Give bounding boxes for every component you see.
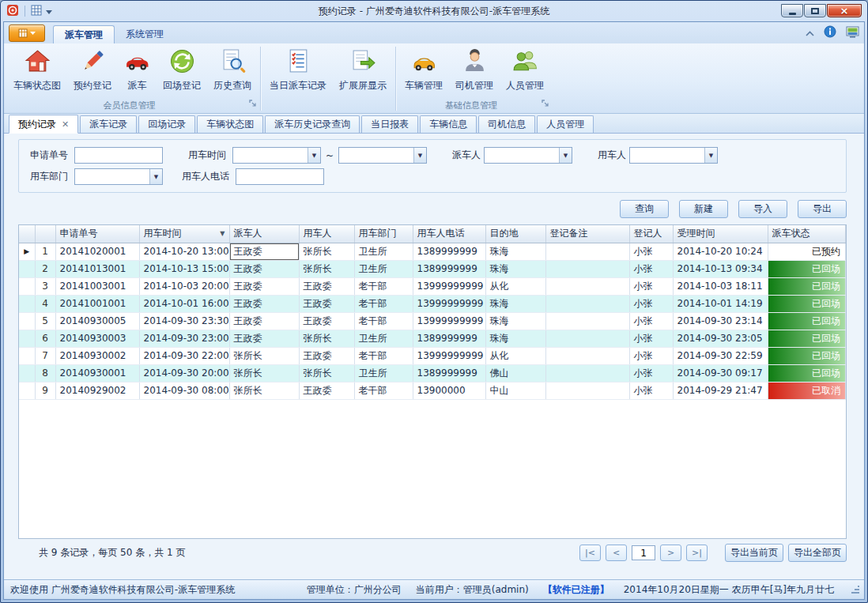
table-row[interactable]: 9201409290022014-09-30 08:00张所长王政委老干部139… [19, 382, 846, 399]
cell-accept-time[interactable]: 2014-09-30 09:17 [673, 364, 768, 382]
cell-use-time[interactable]: 2014-09-30 08:00 [139, 382, 229, 399]
page-number-input[interactable] [632, 545, 655, 560]
row-indicator-cell[interactable]: ▶ [19, 243, 35, 260]
ribbon-collapse-icon[interactable] [806, 28, 814, 39]
header-remark[interactable]: 登记备注 [545, 225, 629, 243]
cell-dispatcher[interactable]: 王政委 [229, 330, 299, 347]
row-indicator-cell[interactable] [19, 347, 35, 364]
tab-dispatch-history-query[interactable]: 派车历史记录查询 [265, 115, 360, 133]
cell-destination[interactable]: 珠海 [485, 243, 545, 260]
row-number-cell[interactable]: 9 [35, 382, 55, 399]
header-dispatcher[interactable]: 派车人 [229, 225, 299, 243]
cell-accept-time[interactable]: 2014-09-29 21:47 [673, 382, 768, 399]
cell-order-no[interactable]: 20141001001 [55, 295, 139, 312]
row-number-cell[interactable]: 1 [35, 243, 55, 260]
cell-accept-time[interactable]: 2014-10-13 09:34 [673, 260, 768, 277]
sort-arrow-icon[interactable]: ▼ [220, 230, 225, 237]
personnel-management-button[interactable]: 人员管理 [500, 45, 550, 94]
cell-phone[interactable]: 13999999999 [413, 295, 485, 312]
maximize-button[interactable] [804, 4, 826, 17]
cell-status[interactable]: 已取消 [768, 382, 846, 399]
cell-dept[interactable]: 卫生所 [354, 330, 413, 347]
cell-order-no[interactable]: 20141020001 [55, 243, 139, 260]
cell-use-time[interactable]: 2014-09-30 23:30 [139, 312, 229, 330]
cell-registrar[interactable]: 小张 [629, 364, 673, 382]
reservation-register-button[interactable]: 预约登记 [67, 45, 118, 94]
row-indicator-cell[interactable] [19, 312, 35, 330]
table-row[interactable]: ▶1201410200012014-10-20 13:00王政委张所长卫生所13… [19, 243, 846, 260]
prev-page-button[interactable]: < [606, 545, 627, 561]
return-register-button[interactable]: 回场登记 [157, 45, 207, 94]
dept-combo[interactable]: ▼ [74, 168, 163, 185]
cell-user[interactable]: 张所长 [299, 260, 354, 277]
cell-user[interactable]: 王政委 [299, 347, 354, 364]
order-no-input[interactable] [74, 147, 163, 164]
cell-destination[interactable]: 珠海 [485, 330, 545, 347]
row-number-cell[interactable]: 8 [35, 364, 55, 382]
cell-order-no[interactable]: 20140930003 [55, 330, 139, 347]
use-time-to-combo[interactable]: ▼ [338, 147, 427, 164]
cell-status[interactable]: 已回场 [768, 277, 846, 295]
cell-registrar[interactable]: 小张 [629, 295, 673, 312]
table-row[interactable]: 6201409300032014-09-30 23:00王政委张所长卫生所138… [19, 330, 846, 347]
last-page-button[interactable]: >| [686, 545, 708, 561]
application-menu-button[interactable] [9, 24, 45, 42]
cell-registrar[interactable]: 小张 [629, 243, 673, 260]
row-number-cell[interactable]: 4 [35, 295, 55, 312]
cell-status[interactable]: 已回场 [768, 330, 846, 347]
registered-link[interactable]: 【软件已注册】 [543, 583, 609, 597]
table-row[interactable]: 7201409300022014-09-30 22:00张所长王政委老干部139… [19, 347, 846, 364]
cell-dispatcher[interactable]: 张所长 [229, 382, 299, 399]
cell-dept[interactable]: 老干部 [354, 312, 413, 330]
cell-phone[interactable]: 1389999999 [413, 260, 485, 277]
chevron-down-icon[interactable]: ▼ [308, 148, 320, 163]
vehicle-management-button[interactable]: 车辆管理 [398, 45, 449, 94]
dialog-launcher-icon[interactable] [542, 99, 549, 110]
use-time-from-combo[interactable]: ▼ [232, 147, 321, 164]
cell-phone[interactable]: 1389999999 [413, 243, 485, 260]
close-tab-icon[interactable]: ✕ [62, 120, 69, 129]
cell-registrar[interactable]: 小张 [629, 382, 673, 399]
cell-dispatcher[interactable]: 张所长 [229, 364, 299, 382]
minimize-button[interactable] [781, 4, 803, 17]
tab-personnel-management[interactable]: 人员管理 [537, 115, 594, 133]
cell-registrar[interactable]: 小张 [629, 277, 673, 295]
cell-user[interactable]: 张所长 [299, 364, 354, 382]
cell-destination[interactable]: 珠海 [485, 260, 545, 277]
cell-use-time[interactable]: 2014-09-30 20:00 [139, 364, 229, 382]
cell-dispatcher[interactable]: 王政委 [229, 312, 299, 330]
header-accept-time[interactable]: 受理时间 [673, 225, 768, 243]
history-query-button[interactable]: 历史查询 [207, 45, 258, 94]
extended-screen-button[interactable]: 扩展屏显示 [333, 45, 393, 94]
row-number-cell[interactable]: 2 [35, 260, 55, 277]
cell-destination[interactable]: 从化 [485, 347, 545, 364]
cell-dept[interactable]: 卫生所 [354, 260, 413, 277]
tab-dispatch-records[interactable]: 派车记录 [80, 115, 137, 133]
resize-grip[interactable] [851, 586, 859, 594]
cell-user[interactable]: 张所长 [299, 243, 354, 260]
cell-remark[interactable] [545, 382, 629, 399]
cell-dept[interactable]: 老干部 [354, 295, 413, 312]
cell-user[interactable]: 王政委 [299, 277, 354, 295]
cell-remark[interactable] [545, 277, 629, 295]
cell-destination[interactable]: 佛山 [485, 364, 545, 382]
cell-order-no[interactable]: 20140930005 [55, 312, 139, 330]
cell-status[interactable]: 已回场 [768, 347, 846, 364]
dialog-launcher-icon[interactable] [249, 99, 257, 110]
table-row[interactable]: 8201409300012014-09-30 20:00张所长张所长卫生所138… [19, 364, 846, 382]
cell-phone[interactable]: 13999999999 [413, 312, 485, 330]
cell-phone[interactable]: 13999999999 [413, 277, 485, 295]
cell-dispatcher[interactable]: 张所长 [229, 347, 299, 364]
header-use-time[interactable]: 用车时间▼ [139, 225, 229, 243]
query-button[interactable]: 查询 [620, 200, 669, 218]
cell-destination[interactable]: 中山 [485, 382, 545, 399]
header-user[interactable]: 用车人 [299, 225, 354, 243]
cell-dept[interactable]: 卫生所 [354, 364, 413, 382]
export-current-page-button[interactable]: 导出当前页 [725, 544, 783, 562]
theme-icon[interactable] [846, 26, 859, 40]
tab-return-records[interactable]: 回场记录 [138, 115, 195, 133]
row-indicator-cell[interactable] [19, 277, 35, 295]
quick-access-dropdown-icon[interactable] [46, 6, 52, 17]
cell-dept[interactable]: 老干部 [354, 347, 413, 364]
cell-use-time[interactable]: 2014-10-03 20:00 [139, 277, 229, 295]
